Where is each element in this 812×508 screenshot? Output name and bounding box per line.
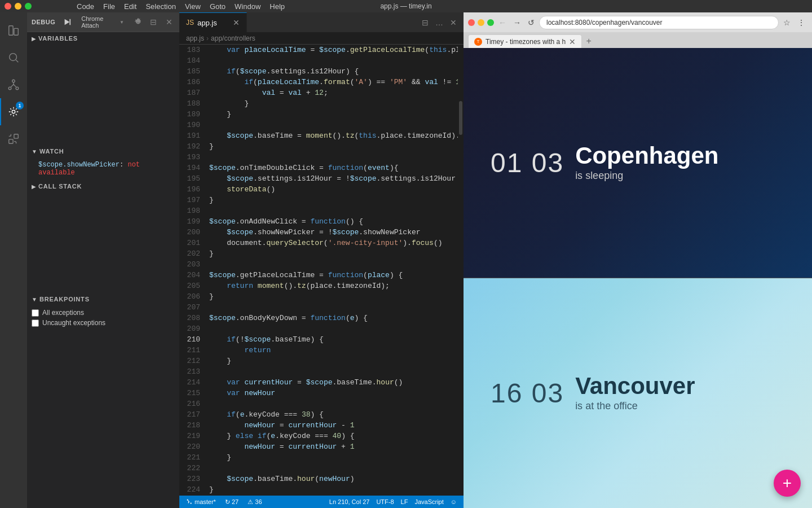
callstack-header[interactable]: ▶ CALL STACK [27, 180, 179, 192]
browser-address-bar[interactable]: localhost:8080/copenhagen/vancouver [539, 16, 779, 29]
continue-button[interactable] [62, 17, 72, 27]
line-num-207: 207 [179, 302, 200, 313]
breadcrumb-file[interactable]: app.js [186, 34, 204, 42]
eol-status[interactable]: LF [399, 498, 411, 505]
browser-traffic-lights[interactable] [468, 19, 494, 26]
sidebar-icon-extensions[interactable] [0, 125, 27, 152]
line-num-205: 205 [179, 281, 200, 291]
code-line-209 [209, 323, 458, 334]
code-line-193 [209, 152, 458, 163]
tab-close-button[interactable]: ✕ [233, 18, 240, 27]
editor-scrollbar[interactable] [458, 45, 464, 496]
menu-help[interactable]: Help [270, 2, 285, 11]
more-actions-button[interactable]: … [433, 17, 445, 28]
browser-tab-favicon: T [474, 38, 482, 46]
menu-window[interactable]: Window [235, 2, 261, 11]
code-line-222 [209, 463, 458, 474]
close-button[interactable] [5, 3, 11, 10]
browser-maximize-button[interactable] [487, 19, 494, 26]
watch-content: $scope.showNewPicker: not available [27, 157, 179, 180]
watch-title: WATCH [39, 148, 64, 155]
breadcrumb-path[interactable]: app/controllers [211, 34, 255, 42]
sidebar-icon-debug[interactable]: 1 [0, 98, 27, 125]
line-num-210: 210 [179, 334, 200, 345]
warnings-status[interactable]: ⚠ 36 [245, 498, 264, 506]
scrollbar-thumb[interactable] [459, 101, 462, 135]
tab-actions: ⊟ … ✕ [415, 17, 464, 28]
editor-content: 183 184 185 186 187 188 189 190 191 192 … [179, 45, 464, 496]
code-line-220: newHour = currentHour + 1 [209, 441, 458, 452]
browser-tab-close-button[interactable]: ✕ [569, 37, 576, 46]
callstack-arrow-icon: ▶ [32, 183, 36, 190]
all-exceptions-label: All exceptions [42, 309, 84, 317]
browser-close-button[interactable] [468, 19, 475, 26]
copenhagen-panel: 01 03 Copenhagen is sleeping [464, 48, 812, 278]
breakpoints-header[interactable]: ▼ BREAKPOINTS [27, 293, 179, 305]
code-line-201: document.querySelector('.new-city-input'… [209, 238, 458, 248]
watch-header[interactable]: ▼ WATCH [27, 145, 179, 157]
browser-url: localhost:8080/copenhagen/vancouver [546, 19, 663, 27]
browser-tab-timey[interactable]: T Timey - timezones with a h ✕ [468, 34, 582, 48]
menu-goto[interactable]: Goto [210, 2, 226, 11]
menu-code[interactable]: Code [77, 2, 94, 11]
browser-forward-button[interactable]: → [511, 17, 523, 28]
encoding-status[interactable]: UTF-8 [374, 498, 396, 505]
cursor-position-status[interactable]: Ln 210, Col 27 [327, 498, 372, 505]
git-branch-status[interactable]: master* [184, 498, 218, 505]
breakpoint-all-exceptions[interactable]: All exceptions [27, 308, 179, 318]
code-line-192: } [209, 141, 458, 152]
split-editor-icon[interactable]: ⊟ [420, 17, 431, 28]
code-line-186: if(placeLocalTime.format('A') == 'PM' &&… [209, 77, 458, 87]
browser-bookmark-button[interactable]: ☆ [781, 17, 793, 28]
variables-header[interactable]: ▶ VARIABLES [27, 32, 179, 45]
chrome-attach-label: Chrome Attach [81, 15, 117, 29]
sync-label: ↻ 27 [225, 498, 239, 506]
line-num-199: 199 [179, 216, 200, 227]
minimize-button[interactable] [15, 3, 21, 10]
line-num-196: 196 [179, 184, 200, 195]
debug-config-button[interactable] [133, 16, 143, 28]
code-line-191: $scope.baseTime = moment().tz(this.place… [209, 130, 458, 141]
maximize-button[interactable] [25, 3, 32, 10]
all-exceptions-checkbox[interactable] [32, 309, 39, 317]
code-editor[interactable]: var placeLocalTime = $scope.getPlaceLoca… [205, 45, 458, 496]
editor-tab-app-js[interactable]: JS app.js ✕ [179, 12, 247, 32]
browser-minimize-button[interactable] [478, 19, 484, 26]
browser-refresh-button[interactable]: ↺ [526, 17, 537, 28]
menu-edit[interactable]: Edit [124, 2, 136, 11]
add-city-fab-button[interactable]: + [774, 470, 801, 497]
variables-title: VARIABLES [38, 35, 78, 42]
traffic-lights[interactable] [5, 3, 32, 10]
sidebar-icon-git[interactable] [0, 71, 27, 98]
line-num-184: 184 [179, 55, 200, 66]
language-status[interactable]: JavaScript [412, 498, 445, 505]
menu-view[interactable]: View [185, 2, 201, 11]
line-num-218: 218 [179, 420, 200, 431]
line-num-213: 213 [179, 366, 200, 377]
sidebar-icon-explorer[interactable] [0, 17, 27, 44]
browser-settings-button[interactable]: ⋮ [795, 17, 807, 28]
menu-file[interactable]: File [103, 2, 115, 11]
line-num-217: 217 [179, 409, 200, 420]
line-num-222: 222 [179, 463, 200, 474]
split-editor-button[interactable]: ⊟ [148, 16, 159, 28]
sidebar-icon-search[interactable] [0, 44, 27, 71]
close-editor-button[interactable]: ✕ [448, 17, 459, 28]
debug-panel: DEBUG Chrome Attach ▼ ⊟ ✕ ▶ VARIABLES [27, 12, 179, 508]
breakpoint-uncaught-exceptions[interactable]: Uncaught exceptions [27, 318, 179, 328]
variables-arrow-icon: ▶ [32, 36, 36, 42]
browser-back-button[interactable]: ← [496, 17, 509, 28]
code-line-195: $scope.settings.is12Hour = !$scope.setti… [209, 173, 458, 184]
menu-selection[interactable]: Selection [145, 2, 175, 11]
breakpoints-arrow-icon: ▼ [32, 296, 37, 303]
close-panel-button[interactable]: ✕ [164, 16, 175, 28]
code-line-218: newHour = currentHour - 1 [209, 420, 458, 431]
main-area: 1 DEBUG Chrome Attach ▼ ⊟ ✕ ▶ [0, 12, 812, 508]
chrome-attach-dropdown[interactable]: Chrome Attach ▼ [77, 14, 129, 30]
sync-status[interactable]: ↻ 27 [223, 498, 241, 506]
uncaught-exceptions-checkbox[interactable] [32, 319, 39, 327]
feedback-status[interactable]: ☺ [448, 498, 459, 505]
browser-tab-bar: T Timey - timezones with a h ✕ + [464, 32, 812, 48]
line-num-214: 214 [179, 377, 200, 388]
browser-new-tab-button[interactable]: + [582, 34, 595, 48]
